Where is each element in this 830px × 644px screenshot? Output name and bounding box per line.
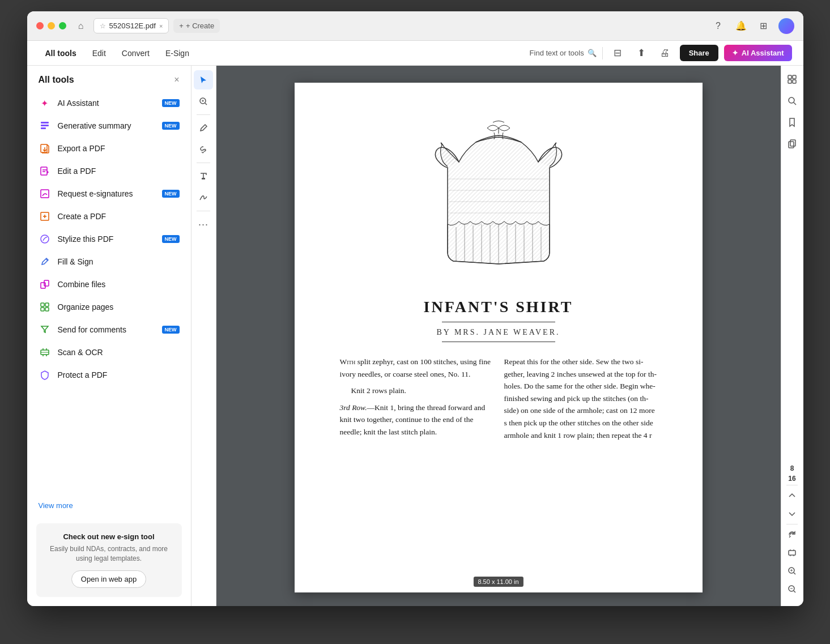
tool-item-export-pdf[interactable]: Export a PDF <box>32 137 186 160</box>
view-more-link[interactable]: View more <box>27 497 191 519</box>
page-number-16: 16 <box>788 475 795 483</box>
search-label: Find text or tools <box>530 49 584 57</box>
home-button[interactable]: ⌂ <box>73 18 89 34</box>
tool-label: Fill & Sign <box>58 257 180 266</box>
svg-rect-21 <box>788 80 791 83</box>
menu-item-esign[interactable]: E-Sign <box>159 45 196 61</box>
pdf-col-left: With split zephyr, cast on 100 stitches,… <box>340 356 493 446</box>
fill-sign-icon <box>39 255 51 268</box>
pdf-author: BY MRS. JANE WEAVER. <box>340 328 657 337</box>
tool-item-generative-summary[interactable]: Generative summary NEW <box>32 114 186 137</box>
zoom-out-button[interactable] <box>784 581 800 597</box>
menu-item-all-tools[interactable]: All tools <box>39 45 83 61</box>
text-tool-button[interactable] <box>194 167 213 186</box>
titlebar-right: ? 🔔 ⊞ <box>710 18 794 34</box>
close-button[interactable] <box>36 22 44 29</box>
tool-label: Send for comments <box>58 325 155 334</box>
menubar-right: Find text or tools 🔍 ⊟ ⬆ 🖨 Share ✦ AI As… <box>530 44 792 62</box>
panel-close-icon[interactable]: × <box>174 75 179 85</box>
tool-item-organize-pages[interactable]: Organize pages <box>32 296 186 318</box>
right-panel-icon-1[interactable] <box>783 70 801 88</box>
minimize-button[interactable] <box>48 22 55 29</box>
upload-icon[interactable]: ⬆ <box>632 44 650 62</box>
tool-item-edit-pdf[interactable]: Edit a PDF <box>32 160 186 182</box>
maximize-button[interactable] <box>59 22 66 29</box>
new-tab-button[interactable]: + + Create <box>173 19 220 33</box>
scroll-down-button[interactable] <box>784 506 800 522</box>
tool-item-protect-pdf[interactable]: Protect a PDF <box>32 364 186 386</box>
save-icon[interactable]: ⊟ <box>608 44 627 62</box>
ai-assistant-icon: ✦ <box>39 97 51 109</box>
svg-rect-1 <box>41 125 49 126</box>
svg-point-7 <box>41 235 49 243</box>
print-icon[interactable]: 🖨 <box>656 44 674 62</box>
share-button[interactable]: Share <box>680 45 718 61</box>
pdf-title: INFANT'S SHIRT <box>340 298 657 316</box>
tool-label: Stylize this PDF <box>58 234 155 244</box>
titlebar: ⌂ ☆ 5520S12E.pdf × + + Create ? 🔔 ⊞ <box>27 11 803 41</box>
tool-item-combine-files[interactable]: Combine files <box>32 273 186 296</box>
search-area[interactable]: Find text or tools 🔍 <box>530 49 597 57</box>
ai-icon: ✦ <box>732 49 738 57</box>
star-icon: ☆ <box>100 22 106 30</box>
user-avatar[interactable] <box>778 18 794 34</box>
page-number-area: 8 16 <box>784 464 800 602</box>
new-badge: NEW <box>162 235 180 243</box>
combine-files-icon <box>39 278 51 291</box>
left-panel: All tools × ✦ AI Assistant NEW Generativ… <box>27 66 191 606</box>
notifications-icon[interactable]: 🔔 <box>733 18 749 34</box>
ai-assistant-button[interactable]: ✦ AI Assistant <box>724 45 792 61</box>
svg-rect-2 <box>41 127 46 129</box>
fit-page-button[interactable] <box>784 545 800 561</box>
tool-label: Organize pages <box>58 302 180 312</box>
zoom-tool-button[interactable] <box>194 92 213 111</box>
select-tool-button[interactable] <box>194 70 213 89</box>
right-panel-icon-3[interactable] <box>783 113 801 131</box>
zoom-in-button[interactable] <box>784 563 800 579</box>
svg-rect-22 <box>793 80 796 83</box>
tool-item-fill-sign[interactable]: Fill & Sign <box>32 250 186 273</box>
panel-promo: Check out new e-sign tool Easily build N… <box>36 523 182 597</box>
pdf-page: INFANT'S SHIRT BY MRS. JANE WEAVER. With… <box>295 83 703 592</box>
promo-button[interactable]: Open in web app <box>71 570 146 588</box>
request-esignatures-icon <box>39 187 51 200</box>
menu-item-convert[interactable]: Convert <box>115 45 156 61</box>
help-icon[interactable]: ? <box>710 18 726 34</box>
menu-item-edit[interactable]: Edit <box>86 45 113 61</box>
tool-list: ✦ AI Assistant NEW Generative summary NE… <box>27 92 191 497</box>
protect-pdf-icon <box>39 369 51 381</box>
sign-tool-button[interactable] <box>194 188 213 207</box>
tool-item-scan-ocr[interactable]: Scan & OCR <box>32 341 186 364</box>
promo-title: Check out new e-sign tool <box>45 532 173 541</box>
right-panel-icon-4[interactable] <box>783 135 801 153</box>
page-number-8: 8 <box>790 464 794 472</box>
tool-item-create-pdf[interactable]: Create a PDF <box>32 205 186 228</box>
create-pdf-icon <box>39 210 51 223</box>
svg-rect-20 <box>793 75 796 79</box>
scan-ocr-icon <box>39 346 51 359</box>
tool-label: Combine files <box>58 280 180 289</box>
pdf-text: Knit 2 rows plain. <box>340 385 493 397</box>
tab-close-icon[interactable]: × <box>159 23 163 29</box>
tab-area: ⌂ ☆ 5520S12E.pdf × + + Create <box>73 18 704 34</box>
tool-item-stylize-pdf[interactable]: Stylize this PDF NEW <box>32 228 186 250</box>
pdf-col-right: Repeat this for the other side. Sew the … <box>504 356 657 446</box>
pdf-viewer[interactable]: INFANT'S SHIRT BY MRS. JANE WEAVER. With… <box>216 66 781 606</box>
pdf-text: 3rd Row.—Knit 1, bring the thread forwar… <box>340 402 493 438</box>
apps-icon[interactable]: ⊞ <box>756 18 772 34</box>
panel-header: All tools × <box>27 66 191 92</box>
tool-item-ai-assistant[interactable]: ✦ AI Assistant NEW <box>32 92 186 114</box>
lasso-tool-button[interactable] <box>194 140 213 159</box>
right-panel-icon-2[interactable] <box>783 92 801 110</box>
more-tools-button[interactable]: ··· <box>194 215 213 234</box>
right-panel: 8 16 <box>781 66 803 606</box>
active-tab[interactable]: ☆ 5520S12E.pdf × <box>93 18 169 33</box>
pen-tool-button[interactable] <box>194 118 213 138</box>
scroll-up-button[interactable] <box>784 488 800 504</box>
svg-rect-13 <box>45 308 49 311</box>
tool-item-request-esignatures[interactable]: Request e-signatures NEW <box>32 182 186 205</box>
tool-item-send-for-comments[interactable]: Send for comments NEW <box>32 318 186 341</box>
create-label: + Create <box>186 22 214 30</box>
rotate-button[interactable] <box>784 527 800 543</box>
svg-rect-12 <box>41 308 44 311</box>
